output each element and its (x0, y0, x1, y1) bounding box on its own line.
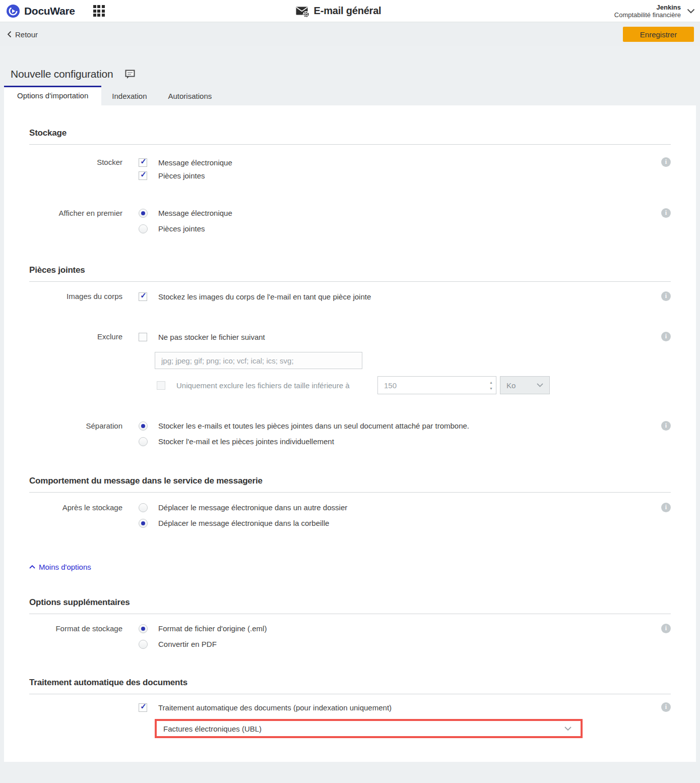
radio-option-individuellement[interactable]: Stocker l'e-mail et les pièces jointes i… (139, 434, 671, 449)
app-grid-icon[interactable] (93, 5, 105, 17)
checkbox-checked-icon[interactable]: ✓ (139, 292, 147, 301)
field-row-images-du-corps: Images du corps ✓ Stockez les images du … (29, 290, 671, 303)
checkbox-option-images-du-corps[interactable]: ✓ Stockez les images du corps de l'e-mai… (139, 290, 671, 303)
content-panel: Stockage Stocker ✓ Message électronique … (4, 105, 696, 762)
radio-selected-icon[interactable] (139, 519, 148, 528)
info-icon[interactable]: i (661, 157, 671, 167)
field-label-afficher: Afficher en premier (29, 205, 122, 221)
email-settings-icon (296, 6, 309, 18)
size-value-input[interactable] (378, 381, 479, 390)
info-icon[interactable]: i (661, 208, 671, 218)
info-icon[interactable]: i (661, 503, 671, 512)
section-title-traitement: Traitement automatique des documents (29, 678, 671, 694)
field-label-exclure: Exclure (29, 330, 122, 343)
chevron-down-icon (564, 727, 571, 731)
radio-option-pieces-jointes[interactable]: Pièces jointes (139, 221, 671, 236)
field-label-format-de-stockage: Format de stockage (29, 621, 122, 636)
section-title-pieces-jointes: Pièces jointes (29, 265, 671, 282)
tab-autorisations[interactable]: Autorisations (158, 87, 223, 105)
field-label-images-du-corps: Images du corps (29, 290, 122, 303)
user-info: Jenkins Comptabilité financière (614, 4, 681, 19)
field-row-separation: Séparation Stocker les e-mails et toutes… (29, 418, 671, 449)
chevron-down-icon (537, 383, 543, 387)
checkbox-option-message-electronique[interactable]: ✓ Message électronique (139, 156, 671, 169)
app-window: DocuWare E-mail général Jenkins Comptabi… (0, 0, 700, 762)
page-body: Nouvelle configuration Options d'importa… (0, 46, 700, 762)
brand-name: DocuWare (24, 5, 75, 17)
tab-options-importation[interactable]: Options d'importation (4, 86, 101, 105)
field-row-size-filter: Uniquement exclure les fichiers de taill… (157, 376, 671, 394)
field-row-apres-le-stockage: Après le stockage Déplacer le message él… (29, 500, 671, 531)
checkbox-checked-icon[interactable]: ✓ (139, 158, 147, 167)
stepper-arrows: ▲ ▼ (489, 381, 493, 390)
checkbox-disabled-icon[interactable] (157, 381, 165, 390)
page-title: Nouvelle configuration (11, 68, 113, 80)
field-label-stocker: Stocker (29, 156, 122, 169)
field-row-traitement: ✓ Traitement automatique des documents (… (29, 701, 671, 714)
checkbox-option-exclure[interactable]: Ne pas stocker le fichier suivant (139, 330, 671, 343)
field-row-afficher-en-premier: Afficher en premier Message électronique… (29, 205, 671, 236)
comment-icon[interactable] (125, 70, 136, 80)
field-row-exclure: Exclure Ne pas stocker le fichier suivan… (29, 330, 671, 343)
section-title-stockage: Stockage (29, 128, 671, 145)
section-title-options-supplementaires: Options supplémentaires (29, 597, 671, 614)
checkbox-checked-icon[interactable]: ✓ (139, 171, 147, 180)
app-header: DocuWare E-mail général Jenkins Comptabi… (0, 0, 700, 22)
processing-config-select[interactable]: Factures électroniques (UBL) (155, 719, 583, 738)
processing-config-value: Factures électroniques (UBL) (163, 725, 262, 733)
radio-option-corbeille[interactable]: Déplacer le message électronique dans la… (139, 515, 671, 531)
back-label: Retour (15, 30, 38, 39)
radio-option-autre-dossier[interactable]: Déplacer le message électronique dans un… (139, 500, 671, 515)
less-options-link[interactable]: Moins d'options (29, 562, 671, 572)
stepper-up-icon[interactable]: ▲ (489, 381, 493, 384)
field-label-apres-le-stockage: Après le stockage (29, 500, 122, 515)
radio-unselected-icon[interactable] (139, 224, 148, 233)
radio-unselected-icon[interactable] (139, 437, 148, 446)
radio-unselected-icon[interactable] (139, 640, 148, 649)
chevron-left-icon (7, 31, 12, 38)
info-icon[interactable]: i (661, 332, 671, 341)
section-title-comportement: Comportement du message dans le service … (29, 476, 671, 493)
field-row-extensions (29, 352, 671, 369)
checkbox-checked-icon[interactable]: ✓ (139, 703, 147, 712)
size-value-stepper: ▲ ▼ (377, 376, 496, 394)
checkbox-option-pieces-jointes[interactable]: ✓ Pièces jointes (139, 169, 671, 182)
user-name: Jenkins (614, 4, 681, 11)
info-icon[interactable]: i (661, 421, 671, 431)
title-area: E-mail général (296, 5, 381, 18)
docuware-logo-icon[interactable] (6, 4, 20, 18)
size-unit-value: Ko (506, 381, 516, 390)
checkbox-unchecked-icon[interactable] (139, 333, 147, 341)
chevron-up-icon (29, 565, 35, 569)
app-title: E-mail général (314, 5, 381, 17)
header-left: DocuWare (0, 4, 105, 18)
field-label-separation: Séparation (29, 418, 122, 434)
tab-indexation[interactable]: Indexation (101, 87, 157, 105)
field-row-processing-config: Factures électroniques (UBL) (29, 719, 671, 738)
radio-option-message-electronique[interactable]: Message électronique (139, 205, 671, 221)
save-button[interactable]: Enregistrer (623, 27, 694, 42)
back-button[interactable]: Retour (7, 30, 38, 39)
user-menu[interactable]: Jenkins Comptabilité financière (614, 0, 695, 22)
radio-option-document-unique[interactable]: Stocker les e-mails et toutes les pièces… (139, 418, 671, 434)
size-unit-select[interactable]: Ko (500, 376, 550, 394)
action-toolbar: Retour Enregistrer (0, 22, 700, 46)
info-icon[interactable]: i (661, 291, 671, 301)
radio-option-pdf[interactable]: Convertir en PDF (139, 636, 671, 652)
radio-selected-icon[interactable] (139, 624, 148, 633)
radio-option-eml[interactable]: Format de fichier d'origine (.eml) (139, 621, 671, 636)
user-org: Comptabilité financière (614, 11, 681, 19)
radio-unselected-icon[interactable] (139, 503, 148, 512)
tab-bar: Options d'importation Indexation Autoris… (4, 86, 696, 105)
radio-selected-icon[interactable] (139, 209, 148, 218)
chevron-down-icon (687, 9, 695, 14)
size-filter-label: Uniquement exclure les fichiers de taill… (176, 381, 350, 390)
stepper-down-icon[interactable]: ▼ (489, 387, 493, 390)
info-icon[interactable]: i (661, 624, 671, 633)
field-row-stocker: Stocker ✓ Message électronique ✓ Pièces … (29, 156, 671, 182)
checkbox-option-traitement[interactable]: ✓ Traitement automatique des documents (… (139, 701, 671, 714)
radio-selected-icon[interactable] (139, 421, 148, 431)
info-icon[interactable]: i (661, 702, 671, 712)
excluded-extensions-input[interactable] (155, 352, 362, 369)
less-options-label: Moins d'options (39, 563, 91, 571)
